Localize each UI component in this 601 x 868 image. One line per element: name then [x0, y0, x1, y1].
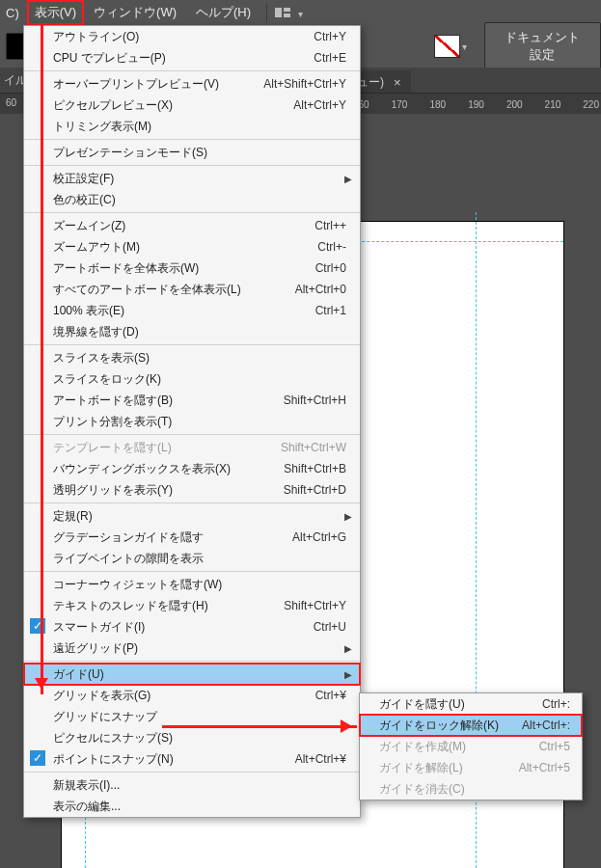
menu-show-slices[interactable]: スライスを表示(S): [24, 347, 360, 368]
menu-fit-all-artboards[interactable]: すべてのアートボードを全体表示(L) Alt+Ctrl+0: [24, 279, 360, 300]
menu-shortcut: Ctrl+0: [315, 261, 346, 275]
menu-perspective-grid[interactable]: 遠近グリッド(P) ▶: [24, 637, 360, 659]
submenu-clear-guides: ガイドを消去(C): [360, 778, 582, 800]
menu-label: 100% 表示(E): [53, 303, 304, 319]
menu-pixel-preview[interactable]: ピクセルプレビュー(X) Alt+Ctrl+Y: [24, 95, 360, 116]
menu-label: ライブペイントの隙間を表示: [53, 551, 346, 567]
menu-label: すべてのアートボードを全体表示(L): [53, 282, 284, 298]
menu-shortcut: Alt+Ctrl+Y: [293, 98, 346, 112]
menu-label: CPU でプレビュー(P): [53, 50, 302, 67]
menu-shortcut: Shift+Ctrl+B: [284, 462, 346, 475]
menu-shortcut: Ctrl++: [314, 219, 346, 232]
menu-label: ズームアウト(M): [53, 239, 306, 256]
menu-shortcut: Alt+Ctrl+G: [292, 530, 346, 544]
menu-label: ガイドを作成(M): [379, 739, 528, 755]
menu-label: テンプレートを隠す(L): [53, 440, 269, 456]
menu-label: ピクセルプレビュー(X): [53, 97, 282, 114]
menu-hide-gradient-annotator[interactable]: グラデーションガイドを隠す Alt+Ctrl+G: [24, 527, 360, 548]
menu-outline[interactable]: アウトライン(O) Ctrl+Y: [24, 26, 360, 47]
menu-shortcut: Ctrl+:: [542, 697, 570, 711]
menu-trim-view[interactable]: トリミング表示(M): [24, 116, 360, 137]
submenu-unlock-guides[interactable]: ガイドをロック解除(K) Alt+Ctrl+:: [360, 715, 582, 736]
menu-item-help[interactable]: ヘルプ(H): [186, 0, 260, 25]
chevron-down-icon: ▾: [462, 41, 467, 52]
submenu-make-guides: ガイドを作成(M) Ctrl+5: [360, 736, 582, 757]
menu-label: 遠近グリッド(P): [53, 640, 346, 657]
menu-rulers[interactable]: 定規(R) ▶: [24, 505, 360, 527]
menu-label: 表示の編集...: [53, 799, 346, 815]
menu-shortcut: Shift+Ctrl+W: [281, 441, 346, 454]
menu-proof-setup[interactable]: 校正設定(F) ▶: [24, 168, 360, 189]
menu-label: ズームイン(Z): [53, 218, 303, 234]
menu-snap-to-point[interactable]: ✓ ポイントにスナップ(N) Alt+Ctrl+¥: [24, 748, 360, 770]
menu-shortcut: Shift+Ctrl+H: [284, 393, 346, 407]
menu-presentation-mode[interactable]: プレゼンテーションモード(S): [24, 142, 360, 163]
menu-new-view[interactable]: 新規表示(I)...: [24, 774, 360, 796]
ruler-tick: 170: [392, 99, 408, 110]
menu-item-window[interactable]: ウィンドウ(W): [84, 0, 186, 25]
menu-hide-edges[interactable]: 境界線を隠す(D): [24, 321, 360, 342]
menu-item-view[interactable]: 表示(V): [27, 0, 84, 25]
menu-shortcut: Ctrl+¥: [315, 689, 346, 702]
ruler-tick: 210: [545, 99, 561, 110]
menu-show-print-tiling[interactable]: プリント分割を表示(T): [24, 411, 360, 432]
annotation-arrow-right: [162, 725, 357, 728]
menu-label: グラデーションガイドを隠す: [53, 529, 281, 546]
menu-separator: [266, 4, 267, 21]
menu-lock-slices[interactable]: スライスをロック(K): [24, 368, 360, 390]
menu-label: ポイントにスナップ(N): [53, 751, 284, 768]
menu-label: トリミング表示(M): [53, 119, 346, 135]
menu-shortcut: Ctrl+1: [315, 304, 346, 317]
chevron-right-icon: ▶: [344, 511, 352, 522]
menu-label: アウトライン(O): [53, 29, 302, 45]
menu-label: グリッドを表示(G): [53, 688, 304, 704]
menu-hide-corner-widget[interactable]: コーナーウィジェットを隠す(W): [24, 574, 360, 595]
menu-proof-colors[interactable]: 色の校正(C): [24, 189, 360, 210]
menu-label: プリント分割を表示(T): [53, 414, 346, 430]
menu-overprint-preview[interactable]: オーバープリントプレビュー(V) Alt+Shift+Ctrl+Y: [24, 73, 360, 95]
menu-edit-views[interactable]: 表示の編集...: [24, 796, 360, 817]
menu-shortcut: Ctrl+5: [539, 740, 570, 753]
menu-shortcut: Shift+Ctrl+Y: [284, 599, 346, 612]
menu-label: ガイドを隠す(U): [379, 696, 531, 713]
menu-label: 定規(R): [53, 508, 346, 525]
ruler-tick: 180: [429, 99, 446, 110]
menu-actual-size[interactable]: 100% 表示(E) Ctrl+1: [24, 300, 360, 321]
menu-zoom-out[interactable]: ズームアウト(M) Ctrl+-: [24, 236, 360, 258]
workspace-switcher[interactable]: ▾: [273, 6, 303, 20]
menu-label: グリッドにスナップ: [53, 709, 346, 725]
menu-cpu-preview[interactable]: CPU でプレビュー(P) Ctrl+E: [24, 47, 360, 68]
menu-shortcut: Ctrl+Y: [314, 30, 346, 43]
menu-fit-artboard[interactable]: アートボードを全体表示(W) Ctrl+0: [24, 258, 360, 279]
chevron-right-icon: ▶: [344, 174, 352, 184]
menu-show-grid[interactable]: グリッドを表示(G) Ctrl+¥: [24, 685, 360, 706]
menu-guides[interactable]: ガイド(U) ▶: [24, 664, 360, 685]
menu-snap-to-grid[interactable]: グリッドにスナップ: [24, 706, 360, 727]
submenu-hide-guides[interactable]: ガイドを隠す(U) Ctrl+:: [360, 693, 582, 715]
menu-hide-text-threads[interactable]: テキストのスレッドを隠す(H) Shift+Ctrl+Y: [24, 595, 360, 616]
menu-show-transparency-grid[interactable]: 透明グリッドを表示(Y) Shift+Ctrl+D: [24, 479, 360, 501]
menu-show-livepaint-gaps[interactable]: ライブペイントの隙間を表示: [24, 548, 360, 569]
panel-layout-icon: [275, 8, 290, 17]
guides-submenu: ガイドを隠す(U) Ctrl+: ガイドをロック解除(K) Alt+Ctrl+:…: [359, 692, 583, 800]
menu-shortcut: Shift+Ctrl+D: [284, 483, 346, 497]
menu-smart-guides[interactable]: ✓ スマートガイド(I) Ctrl+U: [24, 616, 360, 637]
menu-label: スマートガイド(I): [53, 619, 302, 636]
menu-label: プレゼンテーションモード(S): [53, 145, 346, 161]
menu-shortcut: Alt+Ctrl+¥: [295, 752, 346, 766]
menu-hide-artboards[interactable]: アートボードを隠す(B) Shift+Ctrl+H: [24, 390, 360, 411]
menu-shortcut: Ctrl+U: [314, 620, 346, 634]
menu-snap-to-pixel[interactable]: ピクセルにスナップ(S): [24, 727, 360, 748]
stroke-swatch-none[interactable]: [434, 35, 460, 58]
chevron-right-icon: ▶: [344, 669, 352, 680]
document-setup-button[interactable]: ドキュメント設定: [484, 22, 601, 70]
close-icon[interactable]: ×: [394, 75, 401, 90]
menu-label: ガイドを解除(L): [379, 760, 507, 776]
menu-show-bounding-box[interactable]: バウンディングボックスを表示(X) Shift+Ctrl+B: [24, 458, 360, 479]
menu-item-prev[interactable]: C): [2, 2, 23, 24]
menu-shortcut: Alt+Shift+Ctrl+Y: [263, 77, 346, 91]
menu-zoom-in[interactable]: ズームイン(Z) Ctrl++: [24, 215, 360, 236]
ruler-tick: 220: [583, 99, 599, 110]
check-icon: ✓: [30, 750, 45, 766]
menu-label: コーナーウィジェットを隠す(W): [53, 577, 346, 593]
